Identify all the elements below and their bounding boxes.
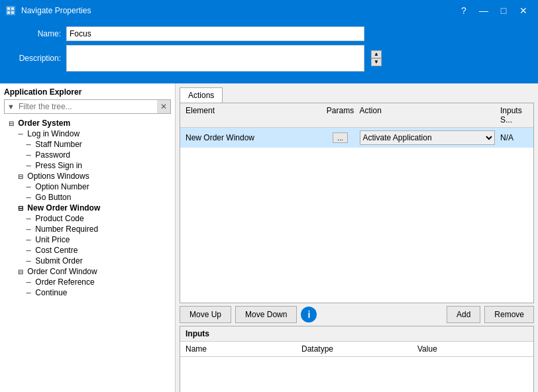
tree-label-go-button: Go Button — [35, 193, 71, 202]
tree-item-continue[interactable]: ─ Continue — [4, 287, 171, 298]
expander-icon: ─ — [24, 152, 33, 159]
tree-item-order-conf-window[interactable]: ⊟ Order Conf Window — [4, 266, 171, 277]
scroll-up[interactable]: ▲ — [371, 50, 382, 58]
table-row[interactable]: New Order Window ... Activate Applicatio… — [180, 128, 533, 148]
expander-icon: ─ — [24, 279, 33, 286]
move-down-button[interactable]: Move Down — [235, 306, 297, 323]
expander-icon: ─ — [24, 194, 33, 201]
tree-item-log-in-window[interactable]: ─ Log in Window — [4, 128, 171, 139]
expander-icon: ─ — [24, 247, 33, 254]
tree-item-order-reference[interactable]: ─ Order Reference — [4, 277, 171, 287]
th-element: Element — [183, 105, 324, 126]
tree-item-option-number[interactable]: ─ Option Number — [4, 181, 171, 192]
expander-icon: ─ — [24, 141, 33, 148]
td-params: ... — [324, 131, 357, 144]
maximize-button[interactable]: □ — [494, 1, 513, 20]
tree-label-new-order-window: New Order Window — [27, 203, 100, 213]
title-bar: Navigate Properties ? — □ ✕ — [0, 0, 538, 21]
inputs-th-datatype: Datatype — [299, 343, 415, 355]
inputs-table-header: Name Datatype Value — [180, 342, 533, 357]
name-label: Name: — [8, 29, 61, 38]
description-label: Description: — [8, 54, 61, 63]
minimize-button[interactable]: — — [474, 1, 493, 20]
inputs-section: Inputs Name Datatype Value — [180, 326, 534, 392]
th-action: Action — [357, 105, 498, 126]
svg-rect-4 — [11, 11, 14, 14]
name-row: Name: — [8, 26, 530, 41]
description-input[interactable] — [66, 45, 364, 72]
tree-item-new-order-window[interactable]: ⊟ New Order Window — [4, 203, 171, 213]
th-params: Params — [324, 105, 357, 126]
tree-label-option-number: Option Number — [35, 182, 89, 191]
td-element: New Order Window — [183, 132, 324, 144]
expander-icon: ─ — [24, 289, 33, 297]
tree-label-product-code: Product Code — [35, 214, 83, 223]
app-icon — [5, 5, 16, 16]
actions-table: Element Params Action Inputs S... New Or… — [180, 103, 534, 303]
tree-label-order-conf-window: Order Conf Window — [27, 267, 97, 276]
filter-row: ▼ ✕ — [4, 99, 171, 114]
filter-clear-button[interactable]: ✕ — [157, 100, 170, 113]
tree-item-press-sign-in[interactable]: ─ Press Sign in — [4, 160, 171, 171]
expander-icon: ─ — [24, 226, 33, 233]
close-button[interactable]: ✕ — [514, 1, 533, 20]
tree-item-submit-order[interactable]: ─ Submit Order — [4, 256, 171, 266]
expander-icon: ⊟ — [16, 173, 25, 180]
expander-icon: ─ — [24, 258, 33, 265]
tree-item-order-system[interactable]: ⊟ Order System — [4, 118, 171, 128]
remove-button[interactable]: Remove — [484, 306, 534, 323]
header-form: Name: Description: ▲ ▼ — [0, 21, 538, 83]
window-title: Navigate Properties — [21, 6, 449, 15]
tree-label-order-reference: Order Reference — [35, 277, 94, 287]
scroll-down[interactable]: ▼ — [371, 58, 382, 66]
bottom-buttons: Move Up Move Down i Add Remove — [180, 303, 534, 326]
table-header-row: Element Params Action Inputs S... — [180, 103, 533, 128]
add-button[interactable]: Add — [447, 306, 480, 323]
inputs-title: Inputs — [180, 326, 533, 342]
tree-item-password[interactable]: ─ Password — [4, 150, 171, 160]
tree-label-cost-centre: Cost Centre — [35, 246, 78, 255]
filter-input[interactable] — [17, 101, 157, 113]
filter-icon: ▼ — [5, 101, 17, 112]
td-inputs: N/A — [498, 132, 531, 144]
td-action: Activate Application Click Type Text Nav… — [357, 129, 498, 146]
svg-rect-1 — [7, 7, 10, 10]
tree-item-product-code[interactable]: ─ Product Code — [4, 213, 171, 224]
tree-label-order-system: Order System — [18, 119, 70, 128]
right-panel: Actions Element Params Action Inputs S..… — [176, 83, 538, 392]
tree-label-unit-price: Unit Price — [35, 235, 70, 244]
tree: ⊟ Order System ─ Log in Window ─ Staff N… — [4, 118, 171, 392]
expander-icon: ─ — [24, 162, 33, 170]
tree-label-press-sign-in: Press Sign in — [35, 161, 82, 170]
tab-actions-label: Actions — [188, 91, 214, 100]
help-button[interactable]: ? — [455, 1, 473, 20]
panel-title: Application Explorer — [4, 87, 171, 97]
svg-rect-3 — [7, 11, 10, 14]
tab-bar: Actions — [180, 87, 534, 103]
name-input[interactable] — [66, 26, 364, 41]
tree-item-options-windows[interactable]: ⊟ Options Windows — [4, 171, 171, 181]
inputs-th-value: Value — [415, 343, 531, 355]
params-button[interactable]: ... — [333, 132, 348, 143]
tree-label-options-windows: Options Windows — [27, 172, 89, 181]
tree-item-cost-centre[interactable]: ─ Cost Centre — [4, 245, 171, 256]
tree-item-number-required[interactable]: ─ Number Required — [4, 224, 171, 234]
expander-icon: ─ — [24, 183, 33, 191]
tree-label-password: Password — [35, 150, 70, 160]
inputs-body — [180, 357, 533, 392]
move-up-button[interactable]: Move Up — [180, 306, 231, 323]
expander-icon: ⊟ — [16, 205, 25, 212]
tree-item-staff-number[interactable]: ─ Staff Number — [4, 139, 171, 150]
th-inputs: Inputs S... — [498, 105, 531, 126]
tree-item-unit-price[interactable]: ─ Unit Price — [4, 234, 171, 245]
tab-actions[interactable]: Actions — [180, 87, 223, 103]
action-select[interactable]: Activate Application Click Type Text Nav… — [360, 130, 496, 145]
main-content: Application Explorer ▼ ✕ ⊟ Order System … — [0, 83, 538, 392]
expander-icon: ─ — [24, 215, 33, 222]
tree-item-go-button[interactable]: ─ Go Button — [4, 192, 171, 203]
left-panel: Application Explorer ▼ ✕ ⊟ Order System … — [0, 83, 176, 392]
tree-label-continue: Continue — [35, 288, 67, 297]
tree-label-number-required: Number Required — [35, 224, 98, 234]
tree-label-submit-order: Submit Order — [35, 256, 82, 266]
expander-icon: ─ — [16, 130, 25, 138]
